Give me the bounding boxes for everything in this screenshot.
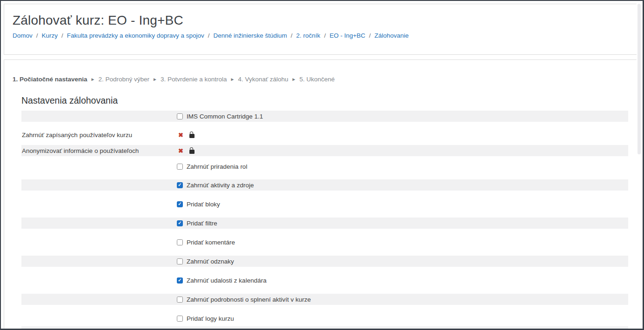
row-label: Zahrnúť zapísaných používateľov kurzu xyxy=(21,132,177,139)
step-arrow-icon: ► xyxy=(153,77,157,82)
step-complete: 5. Ukončené xyxy=(300,76,335,83)
wizard-steps: 1. Počiatočné nastavenia►2. Podrobný výb… xyxy=(13,75,628,84)
row-control: ✖ xyxy=(177,132,195,138)
form-row: Anonymizovať informácie o používateľoch … xyxy=(21,145,628,156)
breadcrumb-link-kurzy[interactable]: Kurzy xyxy=(42,32,58,39)
lock-icon xyxy=(189,150,195,154)
form-row: Pridať logy kurzu xyxy=(21,313,628,324)
checkbox-blocks[interactable] xyxy=(177,201,183,207)
checkbox-filters[interactable] xyxy=(177,220,183,226)
step-arrow-icon: ► xyxy=(292,77,296,82)
checkbox-label[interactable]: Pridať komentáre xyxy=(187,239,235,246)
step-perform-backup: 4. Vykonať zálohu xyxy=(238,76,288,83)
breadcrumb-separator: / xyxy=(61,32,63,39)
page-header: Zálohovať kurz: EO - Ing+BC Domov/Kurzy/… xyxy=(4,4,637,55)
row-control: Zahrnúť podrobnosti o splnení aktivít v … xyxy=(177,296,311,303)
checkbox-label[interactable]: Zahrnúť odznaky xyxy=(187,258,234,265)
checkbox-role-assignments[interactable] xyxy=(177,164,183,170)
checkbox-course-logs[interactable] xyxy=(177,316,183,322)
lock-icon xyxy=(189,134,195,138)
breadcrumb-separator: / xyxy=(208,32,210,39)
checkbox-label[interactable]: Zahrnúť podrobnosti o splnení aktivít v … xyxy=(187,296,311,303)
form-row: Pridať komentáre xyxy=(21,237,628,248)
breadcrumb-link-studium[interactable]: Denné inžinierske štúdium xyxy=(213,32,287,39)
checkbox-label[interactable]: Zahrnúť aktivity a zdroje xyxy=(187,182,254,189)
red-cross-icon: ✖ xyxy=(178,132,183,138)
row-control: Pridať logy kurzu xyxy=(177,315,234,322)
backup-settings-form: IMS Common Cartridge 1.1 Zahrnúť zapísan… xyxy=(21,111,628,330)
row-control: ✖ xyxy=(177,148,195,154)
row-control: Zahrnúť odznaky xyxy=(177,258,234,265)
form-row: Pridať filtre xyxy=(21,218,628,229)
scrollbar-thumb[interactable] xyxy=(637,4,641,154)
form-row: Zahrnúť zapísaných používateľov kurzu ✖ xyxy=(21,129,628,140)
row-control: Pridať filtre xyxy=(177,220,217,227)
row-control: Zahrnúť udalosti z kalendára xyxy=(177,277,267,284)
breadcrumb-link-zalohovanie[interactable]: Zálohovanie xyxy=(375,32,409,39)
checkbox-label[interactable]: Pridať logy kurzu xyxy=(187,315,234,322)
form-row: Pridať bloky xyxy=(21,198,628,210)
checkbox-comments[interactable] xyxy=(177,239,183,245)
browser-viewport: Zálohovať kurz: EO - Ing+BC Domov/Kurzy/… xyxy=(0,0,644,330)
row-control: Zahrnúť priradenia rol xyxy=(177,163,247,170)
breadcrumb-separator: / xyxy=(369,32,371,39)
breadcrumb-separator: / xyxy=(36,32,38,39)
step-confirmation: 3. Potvrdenie a kontrola xyxy=(161,76,227,83)
form-row: Zahrnúť aktivity a zdroje xyxy=(21,179,628,191)
section-heading: Nastavenia zálohovania xyxy=(21,94,637,106)
breadcrumb-separator: / xyxy=(324,32,326,39)
form-row: IMS Common Cartridge 1.1 xyxy=(21,111,628,122)
form-row: Zahrnúť odznaky xyxy=(21,256,628,267)
row-control: Zahrnúť aktivity a zdroje xyxy=(177,182,254,189)
form-row: Zahrnúť priradenia rol xyxy=(21,161,628,172)
breadcrumb: Domov/Kurzy/Fakulta prevádzky a ekonomik… xyxy=(13,32,637,39)
checkbox-activities-resources[interactable] xyxy=(177,182,183,188)
step-arrow-icon: ► xyxy=(230,77,235,82)
checkbox-label[interactable]: Pridať bloky xyxy=(187,201,220,208)
breadcrumb-link-domov[interactable]: Domov xyxy=(13,32,33,39)
breadcrumb-link-fakulta[interactable]: Fakulta prevádzky a ekonomiky dopravy a … xyxy=(67,32,204,39)
form-row-cutoff xyxy=(21,326,628,330)
breadcrumb-separator: / xyxy=(291,32,293,39)
row-control: Pridať bloky xyxy=(177,201,220,208)
checkbox-badges[interactable] xyxy=(177,258,183,264)
row-control: Pridať komentáre xyxy=(177,239,235,246)
checkbox-label[interactable]: Zahrnúť priradenia rol xyxy=(187,163,247,170)
scrollbar-track[interactable] xyxy=(637,1,642,329)
breadcrumb-link-rocnik[interactable]: 2. ročník xyxy=(296,32,321,39)
checkbox-ims-common-cartridge[interactable] xyxy=(177,113,183,119)
red-cross-icon: ✖ xyxy=(178,148,183,154)
step-arrow-icon: ► xyxy=(91,77,95,82)
checkbox-label[interactable]: Pridať filtre xyxy=(187,220,217,227)
form-row: Zahrnúť podrobnosti o splnení aktivít v … xyxy=(21,294,628,305)
checkbox-activity-completion[interactable] xyxy=(177,297,183,303)
checkbox-label[interactable]: Zahrnúť udalosti z kalendára xyxy=(187,277,267,284)
form-row: Zahrnúť udalosti z kalendára xyxy=(21,275,628,286)
backup-wizard-panel: 1. Počiatočné nastavenia►2. Podrobný výb… xyxy=(4,59,637,330)
breadcrumb-link-kurz[interactable]: EO - Ing+BC xyxy=(329,32,365,39)
checkbox-label[interactable]: IMS Common Cartridge 1.1 xyxy=(187,113,263,120)
row-label: Anonymizovať informácie o používateľoch xyxy=(21,147,177,154)
page-title: Zálohovať kurz: EO - Ing+BC xyxy=(13,13,637,28)
step-schema-settings: 2. Podrobný výber xyxy=(98,76,149,83)
row-control: IMS Common Cartridge 1.1 xyxy=(177,113,263,120)
step-initial-settings: 1. Počiatočné nastavenia xyxy=(13,76,87,83)
checkbox-calendar-events[interactable] xyxy=(177,277,183,284)
